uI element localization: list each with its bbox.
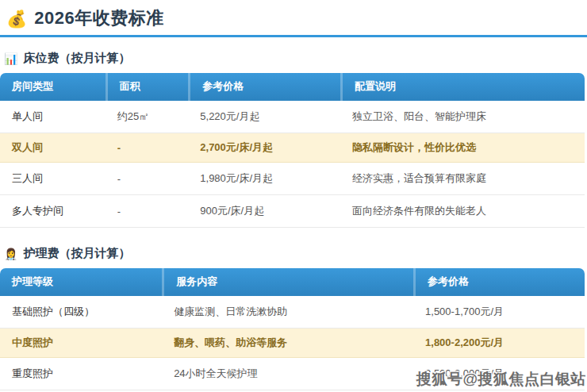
table-cell: 1,980元/床/月起	[188, 163, 340, 195]
table-cell: 1,500-1,700元/月	[413, 296, 585, 329]
table-header-row: 房间类型 面积 参考价格 配置说明	[0, 73, 585, 101]
accent-divider	[0, 35, 587, 37]
column-header-config-notes: 配置说明	[340, 73, 585, 101]
money-bag-icon: 💰	[6, 10, 27, 27]
table-row: 基础照护（四级）健康监测、日常洗漱协助1,500-1,700元/月	[0, 296, 585, 329]
table-cell: 多人专护间	[0, 195, 106, 228]
bed-fee-table: 房间类型 面积 参考价格 配置说明 单人间约25㎡5,220元/月起独立卫浴、阳…	[0, 73, 585, 228]
section-heading-bed-fee: 📊 床位费（按月计算）	[4, 51, 585, 66]
table-row: 单人间约25㎡5,220元/月起独立卫浴、阳台、智能护理床	[0, 101, 585, 133]
table-cell: -	[106, 163, 189, 195]
column-header-area: 面积	[106, 73, 189, 101]
table-cell: 双人间	[0, 133, 106, 163]
watermark: 搜狐号@搜狐焦点白银站	[416, 369, 586, 390]
table-cell: 独立卫浴、阳台、智能护理床	[340, 101, 585, 133]
table-cell: 中度照护	[0, 329, 162, 358]
main-content: 📊 床位费（按月计算） 房间类型 面积 参考价格 配置说明 单人间约25㎡5,2…	[0, 51, 587, 392]
table-cell: 24小时全天候护理	[162, 358, 413, 390]
table-cell: 三人间	[0, 163, 106, 195]
page-header: 💰 2026年收费标准	[0, 0, 587, 35]
bar-chart-icon: 📊	[4, 53, 17, 64]
table-row: 中度照护翻身、喂药、助浴等服务1,800-2,200元/月	[0, 329, 585, 358]
section-title-nursing-fee: 护理费（按月计算）	[23, 246, 130, 261]
table-cell: 5,220元/月起	[188, 101, 340, 133]
table-cell: -	[106, 195, 189, 228]
table-cell: 2,700元/床/月起	[188, 133, 340, 163]
column-header-care-level: 护理等级	[0, 268, 162, 296]
table-cell: -	[106, 133, 189, 163]
table-row: 三人间-1,980元/床/月起经济实惠，适合预算有限家庭	[0, 163, 585, 195]
table-cell: 重度照护	[0, 358, 162, 390]
table-cell: 900元/床/月起	[188, 195, 340, 228]
table-cell: 单人间	[0, 101, 106, 133]
column-header-reference-price: 参考价格	[413, 268, 585, 296]
table-header-row: 护理等级 服务内容 参考价格	[0, 268, 585, 296]
table-cell: 翻身、喂药、助浴等服务	[162, 329, 413, 358]
table-cell: 基础照护（四级）	[0, 296, 162, 329]
section-heading-nursing-fee: 👩‍⚕️ 护理费（按月计算）	[4, 246, 585, 261]
table-cell: 1,800-2,200元/月	[413, 329, 585, 358]
column-header-reference-price: 参考价格	[188, 73, 340, 101]
table-cell: 健康监测、日常洗漱协助	[162, 296, 413, 329]
table-row: 双人间-2,700元/床/月起隐私隔断设计，性价比优选	[0, 133, 585, 163]
table-cell: 经济实惠，适合预算有限家庭	[340, 163, 585, 195]
table-row: 多人专护间-900元/床/月起面向经济条件有限的失能老人	[0, 195, 585, 228]
page-title: 2026年收费标准	[34, 6, 163, 30]
column-header-room-type: 房间类型	[0, 73, 106, 101]
section-title-bed-fee: 床位费（按月计算）	[23, 51, 130, 66]
table-cell: 约25㎡	[106, 101, 189, 133]
table-cell: 隐私隔断设计，性价比优选	[340, 133, 585, 163]
table-cell: 面向经济条件有限的失能老人	[340, 195, 585, 228]
column-header-service-content: 服务内容	[162, 268, 413, 296]
nurse-icon: 👩‍⚕️	[4, 248, 17, 259]
